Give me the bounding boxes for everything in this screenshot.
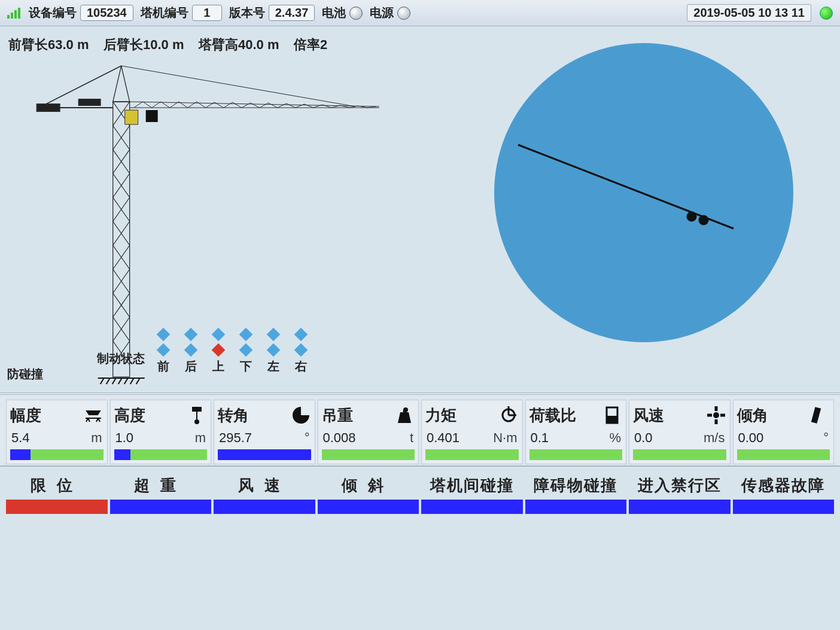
brake-indicator [212,343,226,357]
metrics-row: 幅度5.4m高度1.0m转角295.7°吊重0.008t力矩0.401N·m荷载… [0,392,840,467]
brake-indicator [212,328,226,342]
brake-col-label: 上 [212,358,224,375]
wind-icon [706,405,726,425]
svg-rect-6 [37,104,60,111]
datetime-display: 2019-05-05 10 13 11 [687,4,811,22]
metric-unit: m [91,430,102,446]
metric-label: 荷载比 [529,405,576,426]
alert-传感器故障: 传感器故障 [733,475,835,514]
metric-weight: 吊重0.008t [318,400,419,464]
metric-bar [114,449,208,460]
header-bar: 设备编号 105234 塔机编号 1 版本号 2.4.37 电池 电源 2019… [0,0,840,26]
metric-value: 1.0 [115,430,134,446]
metric-label: 转角 [218,405,249,426]
metric-value: 5.4 [11,430,30,446]
metric-angle: 转角295.7° [214,400,315,464]
tilt-icon [809,405,830,425]
rate-label: 倍率 [294,37,320,52]
rotation-radar [488,37,799,348]
alert-bar [733,500,835,514]
battery-led-icon [349,7,363,20]
metric-bar [529,449,623,460]
brake-col-label: 后 [185,358,197,375]
tower-height-label: 塔臂高 [199,37,238,52]
front-arm-label: 前臂长 [8,37,48,52]
metric-label: 高度 [114,405,145,426]
svg-point-12 [494,43,793,342]
metric-label: 吊重 [322,405,353,426]
signal-icon [7,8,22,19]
alert-bar [214,500,315,514]
version-value: 2.4.37 [269,5,315,21]
torque-icon [498,405,519,425]
alert-倾斜: 倾斜 [318,475,419,514]
brake-status-title: 制动状态 [97,351,145,367]
svg-point-15 [699,216,708,224]
alert-bar [421,500,523,514]
load-icon [602,405,622,425]
metric-bar [322,449,415,460]
metric-wind: 风速0.0m/s [629,400,731,464]
alert-label: 进入禁行区 [629,475,731,500]
metric-bar [218,449,311,460]
brake-indicator [267,328,281,342]
weight-icon [394,405,415,425]
battery-label: 电池 [322,5,346,21]
svg-line-3 [121,66,355,106]
svg-rect-10 [125,110,138,124]
alert-障碍物碰撞: 障碍物碰撞 [525,475,627,514]
metric-label: 力矩 [425,405,456,426]
unit-m: m [77,37,89,52]
unit-m: m [267,37,279,52]
back-arm-value: 10.0 [143,37,169,52]
metric-unit: t [410,430,413,446]
tower-height-value: 40.0 [238,37,264,52]
svg-rect-11 [146,110,158,122]
alert-超重: 超重 [110,475,212,514]
alert-label: 传感器故障 [733,475,835,500]
metric-value: 295.7 [219,430,252,446]
metric-unit: m/s [704,430,725,446]
radar-pane [453,34,834,392]
brake-col-label: 下 [240,358,252,375]
svg-point-14 [687,212,696,221]
brake-col-label: 左 [267,358,279,375]
alert-label: 超重 [110,475,212,500]
svg-rect-22 [811,407,821,424]
crane-spec-summary: 前臂长63.0 m 后臂长10.0 m 塔臂高40.0 m 倍率2 [6,34,453,60]
metric-value: 0.1 [531,430,549,446]
main-area: 前臂长63.0 m 后臂长10.0 m 塔臂高40.0 m 倍率2 [0,26,840,392]
metric-unit: N·m [493,430,517,446]
metric-label: 风速 [633,405,664,426]
svg-rect-20 [607,416,617,423]
brake-indicator [294,343,308,357]
brake-indicator [184,343,198,357]
crane-id-label: 塔机编号 [141,5,188,21]
metric-value: 0.0 [634,430,653,446]
metric-bar [737,449,830,460]
svg-point-21 [713,412,719,418]
brake-indicator [157,343,171,357]
brake-col-label: 前 [157,358,169,375]
height-icon [187,405,207,425]
alert-限位: 限位 [6,475,108,514]
metric-bar [10,449,104,460]
back-arm-label: 后臂长 [104,37,143,52]
metric-amplitude: 幅度5.4m [6,400,108,464]
svg-rect-0 [113,102,130,377]
crane-view-pane: 前臂长63.0 m 后臂长10.0 m 塔臂高40.0 m 倍率2 [6,34,453,392]
alert-bar [318,500,419,514]
metric-torque: 力矩0.401N·m [421,400,523,464]
power-label: 电源 [370,5,394,21]
rate-value: 2 [320,37,327,52]
device-id-value: 105234 [80,5,133,21]
metric-value: 0.008 [323,430,356,446]
metric-load: 荷载比0.1% [525,400,627,464]
alert-label: 风速 [214,475,315,500]
alert-bar [6,500,108,514]
metric-bar [633,449,726,460]
alert-风速: 风速 [214,475,315,514]
status-led-icon [820,7,833,20]
alert-bar [629,500,731,514]
version-label: 版本号 [229,5,265,21]
